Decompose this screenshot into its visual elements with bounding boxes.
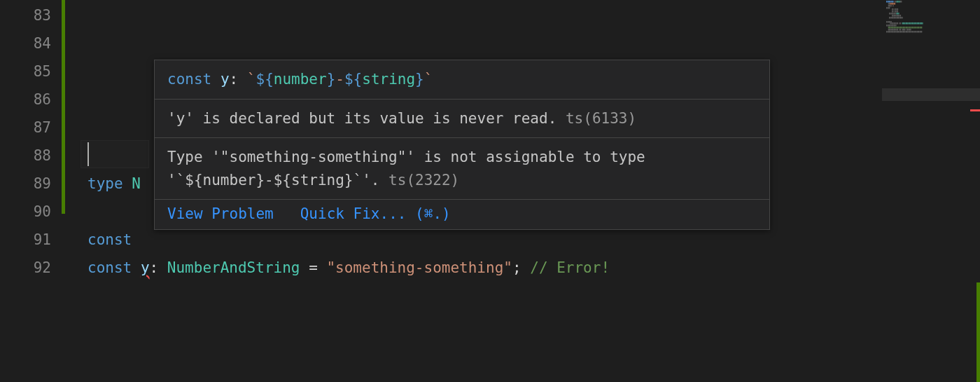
keyword-const: const <box>167 71 211 88</box>
type-annotation: NumberAndString <box>167 259 300 276</box>
line-number: 87 <box>0 114 66 142</box>
variable-name: y <box>220 71 230 88</box>
diagnostic-message-line2: '`${number}-${string}`'. <box>167 172 379 189</box>
keyword-type: type <box>88 175 123 192</box>
minimap-content: ████████ ████████ ████████ ████ █ ████ █… <box>882 0 980 35</box>
view-problem-link[interactable]: View Problem <box>167 205 274 222</box>
code-line-92[interactable]: const y: NumberAndString = "something-so… <box>66 254 980 282</box>
comment: // Error! <box>530 259 610 276</box>
variable-y: y <box>141 259 150 276</box>
diagnostic-code: ts(6133) <box>566 110 636 127</box>
minimap-change-marker <box>976 282 980 382</box>
hover-signature: const y: `${number}-${string}` <box>155 60 769 100</box>
keyboard-shortcut: (⌘.) <box>415 205 451 222</box>
semicolon: ; <box>512 259 530 276</box>
gutter: 83 84 85 86 87 88 89 90 91 92 <box>0 0 66 382</box>
hover-diagnostic-2: Type '"something-something"' is not assi… <box>155 138 769 200</box>
hover-diagnostic-1: 'y' is declared but its value is never r… <box>155 100 769 139</box>
keyword-const: const <box>88 259 132 276</box>
hover-actions-bar: View Problem Quick Fix... (⌘.) <box>155 200 769 229</box>
minimap[interactable]: ████████ ████████ ████████ ████ █ ████ █… <box>882 0 980 382</box>
keyword-const: const <box>88 231 132 248</box>
line-number: 90 <box>0 198 66 226</box>
line-number: 85 <box>0 57 66 86</box>
minimap-viewport-slider[interactable] <box>882 88 980 101</box>
quick-fix-link[interactable]: Quick Fix... (⌘.) <box>300 205 451 222</box>
diagnostic-code: ts(2322) <box>388 172 459 189</box>
diagnostic-message: 'y' is declared but its value is never r… <box>167 110 556 127</box>
colon: : <box>150 259 167 276</box>
hover-tooltip[interactable]: const y: `${number}-${string}` 'y' is de… <box>154 60 770 230</box>
type-identifier: N <box>132 175 141 192</box>
minimap-error-marker[interactable] <box>970 109 980 111</box>
line-number: 83 <box>0 1 66 29</box>
diagnostic-message-line1: Type '"something-something"' is not assi… <box>167 149 645 165</box>
line-number: 92 <box>0 254 66 282</box>
line-number: 84 <box>0 29 66 57</box>
code-line-84[interactable] <box>66 29 980 57</box>
code-line-83[interactable] <box>66 1 980 29</box>
line-number: 89 <box>0 170 66 198</box>
line-number: 91 <box>0 226 66 254</box>
string-literal: "something-something" <box>326 259 512 276</box>
gutter-change-marker <box>62 0 65 214</box>
equals: = <box>300 259 326 276</box>
line-number: 86 <box>0 86 66 114</box>
line-number: 88 <box>0 142 66 170</box>
